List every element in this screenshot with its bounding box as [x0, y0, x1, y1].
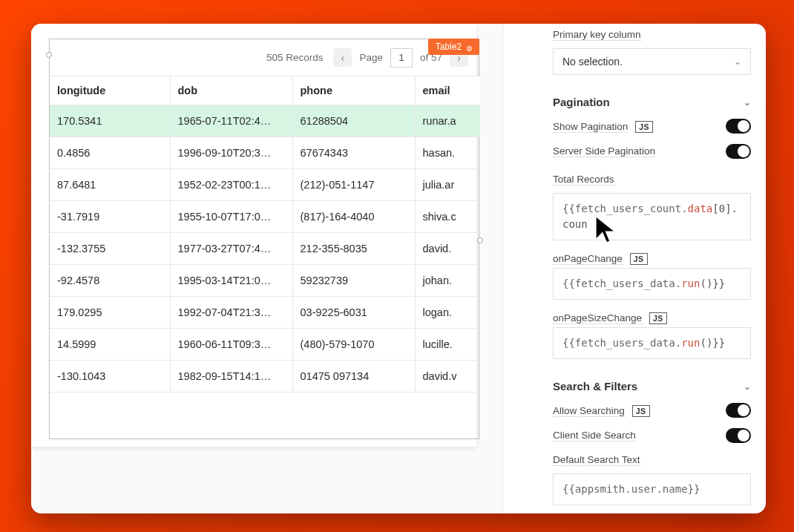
search-filters-header[interactable]: Search & Filters ⌄: [553, 380, 751, 393]
total-records-label: Total Records: [553, 174, 614, 185]
resize-handle-left[interactable]: [46, 52, 52, 58]
widget-name-tag[interactable]: Table2: [428, 39, 479, 55]
col-email[interactable]: email: [415, 76, 480, 105]
cell-phone: 67674343: [292, 137, 415, 169]
table-header-row: longitude dob phone email: [50, 76, 480, 105]
cell-phone: 01475 097134: [292, 361, 415, 393]
resize-handle-right[interactable]: [477, 237, 483, 243]
cell-dob: 1995-03-14T21:0…: [170, 265, 292, 297]
cell-dob: 1992-07-04T21:3…: [170, 297, 292, 329]
cell-email: johan.: [415, 265, 480, 297]
table-row[interactable]: 170.53411965-07-11T02:4…61288504runar.a: [50, 105, 480, 137]
table-row[interactable]: 87.64811952-02-23T00:1…(212)-051-1147jul…: [50, 169, 480, 201]
table-row[interactable]: 14.59991960-06-11T09:3…(480)-579-1070luc…: [50, 329, 480, 361]
cell-email: julia.ar: [415, 169, 480, 201]
cell-dob: 1965-07-11T02:4…: [170, 105, 292, 137]
table-paginator: 505 Records ‹ Page of 57 ›: [50, 39, 479, 76]
col-dob[interactable]: dob: [170, 76, 292, 105]
cell-email: david.v: [415, 361, 480, 393]
js-chip[interactable]: JS: [635, 121, 653, 133]
cell-longitude: 14.5999: [50, 329, 170, 361]
primary-key-value: No selection.: [562, 56, 623, 68]
onpagesizechange-input[interactable]: {{fetch_users_data.run()}}: [553, 327, 751, 359]
page-number-input[interactable]: [390, 48, 413, 68]
cell-phone: 212-355-8035: [292, 233, 415, 265]
cell-longitude: -132.3755: [50, 233, 170, 265]
default-search-text-input[interactable]: {{appsmith.user.name}}: [553, 473, 751, 505]
js-chip[interactable]: JS: [630, 253, 648, 265]
widget-name: Table2: [436, 42, 462, 52]
default-search-text-label: Default Search Text: [553, 454, 640, 466]
cell-email: lucille.: [415, 329, 480, 361]
total-records-input[interactable]: {{fetch_users_count.data[0].coun: [553, 193, 751, 240]
records-count: 505 Records: [266, 52, 324, 63]
cell-longitude: 179.0295: [50, 297, 170, 329]
cell-dob: 1952-02-23T00:1…: [170, 169, 292, 201]
canvas-area: Table2 505 Records ‹ Page of 57 › longit…: [31, 24, 503, 513]
table-row[interactable]: -31.79191955-10-07T17:0…(817)-164-4040sh…: [50, 201, 480, 233]
page-prev-button[interactable]: ‹: [333, 48, 352, 67]
client-side-search-toggle[interactable]: [726, 428, 751, 443]
onpagechange-label: onPageChange: [553, 253, 623, 265]
pagination-header[interactable]: Pagination ⌄: [553, 96, 751, 108]
cell-email: hasan.: [415, 137, 480, 169]
gear-icon[interactable]: [466, 43, 473, 50]
show-pagination-toggle[interactable]: [726, 119, 751, 134]
primary-key-label: Primary key column: [553, 29, 641, 41]
cell-email: runar.a: [415, 105, 480, 137]
cell-longitude: -130.1043: [50, 361, 170, 393]
cell-longitude: -31.7919: [50, 201, 170, 233]
cell-longitude: 0.4856: [50, 137, 170, 169]
js-chip[interactable]: JS: [649, 312, 667, 324]
primary-key-select[interactable]: No selection. ⌄: [553, 48, 751, 75]
client-side-search-row: Client Side Search: [553, 428, 751, 443]
property-pane: Primary key column No selection. ⌄ Pagin…: [538, 24, 766, 513]
table-widget[interactable]: Table2 505 Records ‹ Page of 57 › longit…: [49, 39, 479, 439]
server-side-pagination-toggle[interactable]: [726, 144, 751, 159]
chevron-down-icon: ⌄: [744, 97, 751, 108]
search-filters-section: Search & Filters ⌄ Allow Searching JS Cl…: [553, 380, 751, 505]
cell-email: logan.: [415, 297, 480, 329]
table-row[interactable]: -92.45781995-03-14T21:0…59232739johan.: [50, 265, 480, 297]
onpagechange-input[interactable]: {{fetch_users_data.run()}}: [553, 268, 751, 300]
cell-dob: 1960-06-11T09:3…: [170, 329, 292, 361]
cell-phone: (212)-051-1147: [292, 169, 415, 201]
col-longitude[interactable]: longitude: [50, 76, 170, 105]
table-row[interactable]: 0.48561996-09-10T20:3…67674343hasan.: [50, 137, 480, 169]
cell-phone: 61288504: [292, 105, 415, 137]
cell-dob: 1996-09-10T20:3…: [170, 137, 292, 169]
allow-searching-toggle[interactable]: [726, 403, 751, 418]
cell-dob: 1977-03-27T07:4…: [170, 233, 292, 265]
cell-dob: 1982-09-15T14:1…: [170, 361, 292, 393]
chevron-down-icon: ⌄: [734, 56, 741, 67]
app-window: Table2 505 Records ‹ Page of 57 › longit…: [31, 24, 766, 513]
data-table: longitude dob phone email 170.53411965-0…: [50, 76, 480, 393]
onpagesizechange-label: onPageSizeChange: [553, 312, 642, 324]
allow-searching-row: Allow Searching JS: [553, 403, 751, 418]
cell-phone: (480)-579-1070: [292, 329, 415, 361]
cell-longitude: 87.6481: [50, 169, 170, 201]
chevron-down-icon: ⌄: [744, 381, 751, 392]
cell-phone: (817)-164-4040: [292, 201, 415, 233]
show-pagination-row: Show Pagination JS: [553, 119, 751, 134]
js-chip[interactable]: JS: [632, 405, 650, 417]
cell-longitude: 170.5341: [50, 105, 170, 137]
cell-longitude: -92.4578: [50, 265, 170, 297]
cell-phone: 03-9225-6031: [292, 297, 415, 329]
table-row[interactable]: 179.02951992-07-04T21:3…03-9225-6031loga…: [50, 297, 480, 329]
cell-email: david.: [415, 233, 480, 265]
cell-dob: 1955-10-07T17:0…: [170, 201, 292, 233]
server-side-pagination-row: Server Side Pagination: [553, 144, 751, 159]
cell-email: shiva.c: [415, 201, 480, 233]
cell-phone: 59232739: [292, 265, 415, 297]
col-phone[interactable]: phone: [292, 76, 415, 105]
table-row[interactable]: -130.10431982-09-15T14:1…01475 097134dav…: [50, 361, 480, 393]
pagination-section: Pagination ⌄ Show Pagination JS Server S…: [553, 96, 751, 359]
page-label: Page: [359, 52, 383, 63]
table-row[interactable]: -132.37551977-03-27T07:4…212-355-8035dav…: [50, 233, 480, 265]
